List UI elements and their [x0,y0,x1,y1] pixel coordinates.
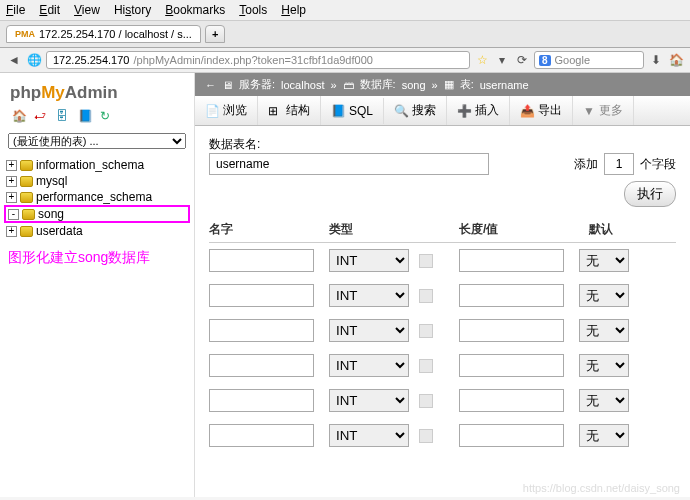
tree-node-information_schema[interactable]: +information_schema [4,157,190,173]
back-button[interactable]: ◄ [6,52,22,68]
tab-浏览[interactable]: 📄浏览 [195,96,258,125]
main-tabs: 📄浏览⊞结构📘SQL🔍搜索➕插入📤导出▼ 更多 [195,96,690,126]
menu-file[interactable]: File [6,3,25,17]
tab-label: 导出 [538,102,562,119]
tree-node-song[interactable]: -song [4,205,190,223]
col-name-input[interactable] [209,284,314,307]
menu-tools[interactable]: Tools [239,3,267,17]
download-icon[interactable]: ⬇ [648,52,664,68]
col-name-input[interactable] [209,354,314,377]
dropdown-icon[interactable]: ▾ [494,52,510,68]
col-length-input[interactable] [459,249,564,272]
browser-tab[interactable]: PMA 172.25.254.170 / localhost / s... [6,25,201,43]
tab-结构[interactable]: ⊞结构 [258,96,321,125]
tab-icon: 📄 [205,104,219,118]
home-icon[interactable]: 🏠 [668,52,684,68]
menu-bookmarks[interactable]: Bookmarks [165,3,225,17]
col-default-select[interactable]: 无 [579,249,629,272]
chevron-down-icon: ▼ [583,104,595,118]
tab-label: 浏览 [223,102,247,119]
col-link-icon[interactable] [419,394,433,408]
logout-icon[interactable]: ⮐ [34,109,48,123]
col-name-input[interactable] [209,389,314,412]
tree-toggle-icon[interactable]: + [6,176,17,187]
col-default-select[interactable]: 无 [579,354,629,377]
tree-node-mysql[interactable]: +mysql [4,173,190,189]
tree-toggle-icon[interactable]: + [6,160,17,171]
tree-toggle-icon[interactable]: + [6,226,17,237]
annotation-text: 图形化建立song数据库 [4,239,190,271]
col-name-input[interactable] [209,249,314,272]
col-header-name: 名字 [209,221,329,238]
search-box[interactable]: 8 Google [534,51,644,69]
col-type-select[interactable]: INT [329,284,409,307]
col-type-select[interactable]: INT [329,389,409,412]
tab-label: 搜索 [412,102,436,119]
col-length-input[interactable] [459,389,564,412]
breadcrumb-db[interactable]: song [402,79,426,91]
tree-toggle-icon[interactable]: - [8,209,19,220]
execute-button[interactable]: 执行 [624,181,676,207]
tablename-input[interactable] [209,153,489,175]
col-type-select[interactable]: INT [329,424,409,447]
col-link-icon[interactable] [419,289,433,303]
menu-help[interactable]: Help [281,3,306,17]
sidebar: phpMyAdmin 🏠 ⮐ 🗄 📘 ↻ (最近使用的表) ... +infor… [0,73,195,497]
col-name-input[interactable] [209,424,314,447]
menu-view[interactable]: View [74,3,100,17]
add-count-input[interactable] [604,153,634,175]
tree-node-userdata[interactable]: +userdata [4,223,190,239]
docs-icon[interactable]: 📘 [78,109,92,123]
col-link-icon[interactable] [419,254,433,268]
col-default-select[interactable]: 无 [579,284,629,307]
home-small-icon[interactable]: 🏠 [12,109,26,123]
bookmark-star-icon[interactable]: ☆ [474,52,490,68]
col-length-input[interactable] [459,284,564,307]
col-header-type: 类型 [329,221,459,238]
tab-插入[interactable]: ➕插入 [447,96,510,125]
col-link-icon[interactable] [419,429,433,443]
col-link-icon[interactable] [419,324,433,338]
tree-node-performance_schema[interactable]: +performance_schema [4,189,190,205]
database-icon [22,209,35,220]
tab-icon: 📤 [520,104,534,118]
col-default-select[interactable]: 无 [579,319,629,342]
url-input[interactable]: 172.25.254.170/phpMyAdmin/index.php?toke… [46,51,470,69]
col-default-select[interactable]: 无 [579,389,629,412]
tab-label: 插入 [475,102,499,119]
tab-more[interactable]: ▼ 更多 [573,96,634,125]
breadcrumb-server[interactable]: localhost [281,79,324,91]
col-default-select[interactable]: 无 [579,424,629,447]
col-type-select[interactable]: INT [329,249,409,272]
breadcrumb-table[interactable]: username [480,79,529,91]
col-length-input[interactable] [459,424,564,447]
column-row: INT无 [209,418,676,453]
tab-SQL[interactable]: 📘SQL [321,98,384,124]
column-row: INT无 [209,278,676,313]
col-header-def: 默认 [589,221,649,238]
menu-history[interactable]: History [114,3,151,17]
col-length-input[interactable] [459,319,564,342]
col-type-select[interactable]: INT [329,319,409,342]
breadcrumb: ← 🖥 服务器: localhost » 🗃 数据库: song » ▦ 表: … [195,73,690,96]
breadcrumb-back-icon[interactable]: ← [205,79,216,91]
pma-logo: phpMyAdmin [4,79,190,105]
reload-icon[interactable]: ⟳ [514,52,530,68]
col-header-len: 长度/值 [459,221,589,238]
refresh-icon[interactable]: ↻ [100,109,114,123]
recent-tables-select[interactable]: (最近使用的表) ... [8,133,186,149]
menu-edit[interactable]: Edit [39,3,60,17]
col-link-icon[interactable] [419,359,433,373]
tree-toggle-icon[interactable]: + [6,192,17,203]
tab-icon: 📘 [331,104,345,118]
new-tab-button[interactable]: + [205,25,225,43]
columns-header: 名字 类型 长度/值 默认 [209,217,676,243]
tab-导出[interactable]: 📤导出 [510,96,573,125]
sql-icon[interactable]: 🗄 [56,109,70,123]
col-name-input[interactable] [209,319,314,342]
col-length-input[interactable] [459,354,564,377]
tree-label: mysql [36,174,67,188]
col-type-select[interactable]: INT [329,354,409,377]
database-icon [20,176,33,187]
tab-搜索[interactable]: 🔍搜索 [384,96,447,125]
